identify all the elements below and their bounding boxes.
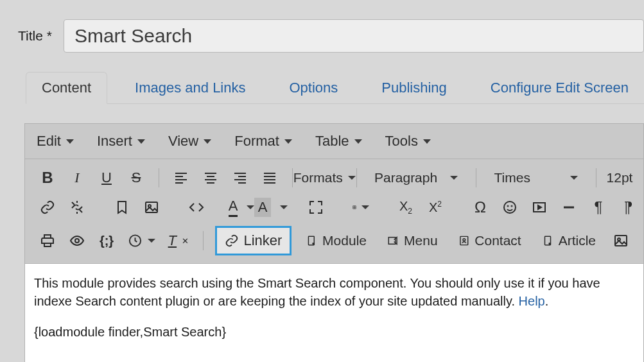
- block-format-dropdown[interactable]: Paragraph: [368, 167, 464, 189]
- article-button[interactable]: Article: [535, 230, 602, 252]
- unlink-button[interactable]: [66, 196, 88, 218]
- emoji-button[interactable]: [499, 196, 521, 218]
- bookmark-button[interactable]: [111, 196, 133, 218]
- editor-toolbar: B I U S Formats Paragraph Times: [25, 159, 643, 263]
- svg-point-5: [512, 206, 512, 207]
- editor-menubar: Edit Insert View Format Table Tools: [25, 124, 643, 159]
- print-button[interactable]: [37, 230, 58, 252]
- caret-icon: [66, 139, 74, 144]
- caret-icon: [348, 176, 356, 180]
- svg-point-3: [504, 202, 516, 213]
- article-label: Article: [559, 233, 596, 248]
- strikethrough-button[interactable]: S: [125, 167, 147, 189]
- clear-formatting-button[interactable]: T✕: [166, 230, 191, 252]
- tab-configure-edit-screen[interactable]: Configure Edit Screen: [474, 72, 644, 103]
- align-right-button[interactable]: [229, 167, 251, 189]
- caret-icon: [284, 139, 292, 144]
- contact-label: Contact: [474, 233, 521, 248]
- menu-tools-label: Tools: [385, 133, 418, 150]
- font-size-label: 12pt: [607, 170, 633, 185]
- align-center-button[interactable]: [200, 167, 222, 189]
- media-button[interactable]: [528, 196, 550, 218]
- bold-button[interactable]: B: [37, 167, 58, 189]
- menu-insert[interactable]: Insert: [97, 133, 145, 150]
- editor-content[interactable]: This module provides search using the Sm…: [25, 263, 643, 362]
- menu-table-label: Table: [315, 133, 349, 150]
- caret-icon: [450, 176, 458, 180]
- linker-label: Linker: [243, 232, 282, 249]
- rtl-button[interactable]: ¶: [617, 196, 639, 218]
- horizontal-rule-button[interactable]: [558, 196, 580, 218]
- caret-icon: [570, 176, 578, 180]
- svg-point-7: [75, 239, 79, 243]
- content-text: This module provides search using the Sm…: [34, 276, 600, 308]
- svg-point-4: [508, 206, 509, 207]
- link-button[interactable]: [37, 196, 58, 218]
- superscript-button[interactable]: X2: [424, 196, 446, 218]
- datetime-button[interactable]: [125, 230, 158, 252]
- svg-rect-0: [146, 202, 157, 212]
- subscript-button[interactable]: X2: [395, 196, 417, 218]
- title-input[interactable]: [64, 19, 644, 53]
- menu-view[interactable]: View: [168, 133, 211, 150]
- tab-images-and-links[interactable]: Images and Links: [119, 72, 261, 103]
- menu-tools[interactable]: Tools: [385, 133, 431, 150]
- svg-point-11: [463, 239, 466, 241]
- menu-edit-label: Edit: [37, 133, 61, 150]
- align-left-button[interactable]: [170, 167, 192, 189]
- caret-icon: [204, 139, 211, 144]
- menu-table[interactable]: Table: [315, 133, 362, 150]
- underline-button[interactable]: U: [96, 167, 117, 189]
- text-color-button[interactable]: A: [231, 196, 252, 218]
- contact-button[interactable]: Contact: [452, 230, 528, 252]
- tab-content[interactable]: Content: [26, 72, 107, 104]
- insert-image-button[interactable]: [610, 230, 632, 252]
- menu-insert-label: Insert: [97, 133, 132, 150]
- caret-icon: [423, 139, 431, 144]
- menu-format-label: Format: [234, 133, 279, 150]
- menu-view-label: View: [168, 133, 198, 150]
- title-label: Title *: [18, 28, 52, 44]
- caret-icon: [280, 205, 288, 209]
- caret-icon: [137, 139, 145, 144]
- ltr-button[interactable]: ¶: [587, 196, 609, 218]
- caret-icon: [148, 239, 155, 243]
- linker-button[interactable]: Linker: [215, 226, 292, 255]
- editor-panel: Edit Insert View Format Table Tools B I …: [24, 123, 644, 362]
- menu-btn-label: Menu: [404, 233, 438, 248]
- fullscreen-button[interactable]: [305, 196, 327, 218]
- menu-edit[interactable]: Edit: [37, 133, 74, 150]
- font-size-dropdown[interactable]: 12pt: [607, 167, 632, 189]
- image-button[interactable]: [141, 196, 162, 218]
- tab-bar: Content Images and Links Options Publish…: [26, 72, 644, 104]
- align-justify-button[interactable]: [259, 167, 281, 189]
- code-button[interactable]: [186, 196, 207, 218]
- menu-button[interactable]: Menu: [381, 230, 444, 252]
- help-link[interactable]: Help: [519, 294, 545, 308]
- svg-rect-9: [388, 237, 396, 245]
- tab-options[interactable]: Options: [274, 72, 354, 103]
- background-color-button[interactable]: A: [260, 196, 282, 218]
- caret-icon: [354, 139, 362, 144]
- code-sample-button[interactable]: {;}: [96, 230, 117, 252]
- module-label: Module: [322, 233, 367, 248]
- separator: [203, 231, 204, 250]
- formats-dropdown[interactable]: Formats: [304, 167, 345, 189]
- menu-format[interactable]: Format: [234, 133, 292, 150]
- svg-rect-12: [615, 236, 627, 246]
- formats-label: Formats: [293, 170, 343, 185]
- special-char-button[interactable]: Ω: [469, 196, 491, 218]
- tab-publishing[interactable]: Publishing: [365, 72, 463, 103]
- loadmodule-text: {loadmodule finder,Smart Search}: [34, 323, 634, 341]
- caret-icon: [247, 205, 254, 209]
- font-family-dropdown[interactable]: Times: [488, 167, 584, 189]
- module-button[interactable]: Module: [299, 230, 373, 252]
- preview-button[interactable]: [66, 230, 88, 252]
- content-text-after: .: [545, 294, 549, 308]
- italic-button[interactable]: I: [66, 167, 88, 189]
- caret-icon: [361, 205, 369, 209]
- font-family-label: Times: [494, 170, 530, 185]
- block-format-label: Paragraph: [374, 170, 437, 185]
- svg-rect-2: [353, 206, 356, 209]
- table-button[interactable]: [350, 196, 372, 218]
